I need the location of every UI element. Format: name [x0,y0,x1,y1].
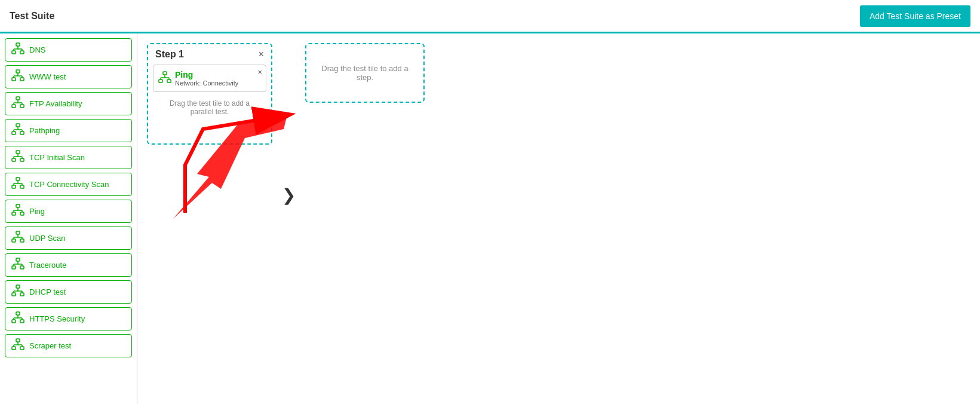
svg-rect-43 [12,212,16,215]
sidebar-item-https-security[interactable]: HTTPS Security [5,307,132,330]
sidebar-item-label-0: DNS [29,45,45,54]
svg-rect-21 [16,124,20,127]
svg-rect-64 [12,293,16,296]
sidebar-item-label-5: TCP Connectivity Scan [29,180,109,189]
page-title: Test Suite [10,11,54,22]
svg-rect-2 [20,51,24,54]
sidebar-item-tcp-connectivity-scan[interactable]: TCP Connectivity Scan [5,173,132,196]
svg-rect-49 [16,231,20,234]
drop-zone[interactable]: Drag the test tile to add a step. [305,43,425,103]
add-preset-button[interactable]: Add Test Suite as Preset [860,5,970,27]
svg-rect-37 [20,185,24,188]
svg-rect-84 [163,72,167,75]
svg-rect-29 [12,158,16,161]
network-icon-11 [11,338,24,353]
main-content: DNS WWW test FTP Availability [0,33,980,404]
svg-rect-63 [16,285,20,288]
top-bar: Test Suite Add Test Suite as Preset [0,0,980,33]
step1-box: Step 1 × Ping [147,43,272,145]
network-icon-9 [11,284,24,299]
network-icon-4 [11,150,24,165]
sidebar-item-label-9: DHCP test [29,287,66,296]
svg-rect-79 [20,347,24,350]
svg-rect-0 [16,43,20,46]
svg-rect-50 [12,239,16,242]
network-icon-6 [11,204,24,219]
step-arrow: ❯ [282,185,296,205]
svg-rect-56 [16,258,20,261]
network-icon-5 [11,177,24,192]
sidebar: DNS WWW test FTP Availability [0,33,137,404]
svg-rect-42 [16,204,20,207]
sidebar-item-label-1: WWW test [29,72,66,81]
drop-zone-label: Drag the test tile to add a step. [314,64,416,82]
svg-rect-85 [159,79,162,82]
sidebar-item-tcp-initial-scan[interactable]: TCP Initial Scan [5,146,132,169]
svg-rect-30 [20,158,24,161]
sidebar-item-label-6: Ping [29,207,45,216]
sidebar-item-ping[interactable]: Ping [5,200,132,223]
svg-rect-15 [12,105,16,108]
step1-drag-hint: Drag the test tile to add a parallel tes… [148,92,271,123]
network-icon-8 [11,258,24,273]
svg-rect-58 [20,266,24,269]
network-icon-0 [11,42,24,57]
step1-test-sub: Network: Connectivity [175,79,238,87]
sidebar-item-www-test[interactable]: WWW test [5,65,132,88]
svg-rect-65 [20,293,24,296]
svg-rect-44 [20,212,24,215]
svg-rect-14 [16,97,20,100]
sidebar-item-label-11: Scraper test [29,341,71,350]
canvas-area: Step 1 × Ping [137,33,980,404]
ping-test-close-button[interactable]: × [257,68,262,76]
sidebar-item-label-7: UDP Scan [29,234,65,243]
svg-rect-9 [20,78,24,81]
sidebar-item-label-3: Pathping [29,126,60,135]
sidebar-list: DNS WWW test FTP Availability [0,33,137,362]
network-icon-2 [11,96,24,111]
svg-rect-22 [12,131,16,134]
svg-rect-8 [12,78,16,81]
svg-rect-51 [20,239,24,242]
step1-header: Step 1 × [148,44,271,65]
sidebar-item-label-10: HTTPS Security [29,314,85,323]
svg-rect-77 [16,339,20,342]
network-icon-10 [11,311,24,326]
step1-title: Step 1 [155,49,184,60]
sidebar-item-traceroute[interactable]: Traceroute [5,253,132,277]
svg-rect-70 [16,312,20,315]
sidebar-item-ftp-availability[interactable]: FTP Availability [5,92,132,115]
sidebar-item-label-8: Traceroute [29,261,66,270]
svg-rect-78 [12,347,16,350]
network-icon-1 [11,69,24,84]
sidebar-item-label-2: FTP Availability [29,99,82,108]
network-icon-7 [11,231,24,246]
svg-rect-1 [12,51,16,54]
sidebar-item-pathping[interactable]: Pathping [5,119,132,142]
network-icon-3 [11,123,24,138]
step1-ping-test: Ping Network: Connectivity × [153,65,266,92]
ping-network-icon [158,71,171,87]
svg-rect-86 [167,79,171,82]
svg-rect-16 [20,105,24,108]
step1-test-info: Ping Network: Connectivity [175,70,238,87]
svg-rect-23 [20,131,24,134]
svg-rect-36 [12,185,16,188]
svg-rect-28 [16,151,20,154]
svg-rect-72 [20,320,24,323]
svg-rect-7 [16,70,20,73]
sidebar-item-scraper-test[interactable]: Scraper test [5,334,132,357]
svg-rect-57 [12,266,16,269]
svg-rect-71 [12,320,16,323]
sidebar-item-label-4: TCP Initial Scan [29,153,85,162]
sidebar-item-udp-scan[interactable]: UDP Scan [5,227,132,250]
step1-test-name: Ping [175,70,238,79]
svg-rect-35 [16,177,20,180]
sidebar-item-dhcp-test[interactable]: DHCP test [5,280,132,304]
sidebar-item-dns[interactable]: DNS [5,38,132,62]
step1-close-button[interactable]: × [259,49,264,60]
